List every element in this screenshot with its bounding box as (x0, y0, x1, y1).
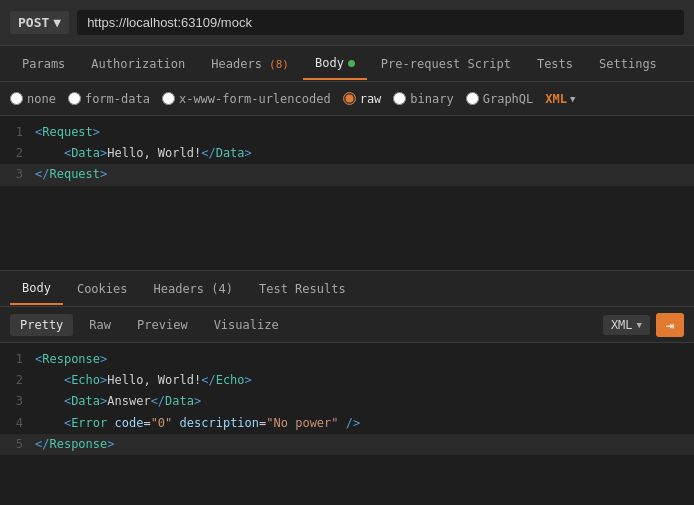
resp-line-1: 1 <Response> (0, 349, 694, 370)
format-label: XML (545, 92, 567, 106)
view-pretty[interactable]: Pretty (10, 314, 73, 336)
body-type-row: none form-data x-www-form-urlencoded raw… (0, 82, 694, 116)
request-editor[interactable]: 1 <Request> 2 <Data>Hello, World!</Data>… (0, 116, 694, 271)
body-type-graphql[interactable]: GraphQL (466, 92, 534, 106)
view-raw[interactable]: Raw (79, 314, 121, 336)
tab-settings[interactable]: Settings (587, 49, 669, 79)
resp-tab-body[interactable]: Body (10, 273, 63, 305)
method-select[interactable]: POST ▼ (10, 11, 69, 34)
tab-tests[interactable]: Tests (525, 49, 585, 79)
response-editor[interactable]: 1 <Response> 2 <Echo>Hello, World!</Echo… (0, 343, 694, 493)
body-type-none[interactable]: none (10, 92, 56, 106)
tab-authorization[interactable]: Authorization (79, 49, 197, 79)
req-line-2: 2 <Data>Hello, World!</Data> (0, 143, 694, 164)
body-type-form-data[interactable]: form-data (68, 92, 150, 106)
url-input[interactable] (77, 10, 684, 35)
format-select[interactable]: XML ▼ (545, 92, 575, 106)
tab-params[interactable]: Params (10, 49, 77, 79)
response-format-chevron: ▼ (637, 320, 642, 330)
response-format-select[interactable]: XML ▼ (603, 315, 650, 335)
body-type-urlencoded[interactable]: x-www-form-urlencoded (162, 92, 331, 106)
response-toolbar: Pretty Raw Preview Visualize XML ▼ ⇥ (0, 307, 694, 343)
body-type-binary[interactable]: binary (393, 92, 453, 106)
tab-body[interactable]: Body (303, 48, 367, 80)
resp-line-3: 3 <Data>Answer</Data> (0, 391, 694, 412)
req-line-1: 1 <Request> (0, 122, 694, 143)
tab-pre-request-script[interactable]: Pre-request Script (369, 49, 523, 79)
resp-tab-cookies[interactable]: Cookies (65, 274, 140, 304)
resp-line-5: 5 </Response> (0, 434, 694, 455)
method-chevron: ▼ (53, 15, 61, 30)
wrap-button[interactable]: ⇥ (656, 313, 684, 337)
response-section: Body Cookies Headers (4) Test Results Pr… (0, 271, 694, 493)
response-tabs: Body Cookies Headers (4) Test Results (0, 271, 694, 307)
resp-tab-test-results[interactable]: Test Results (247, 274, 358, 304)
view-preview[interactable]: Preview (127, 314, 198, 336)
format-chevron: ▼ (570, 94, 575, 104)
tab-headers[interactable]: Headers (8) (199, 49, 301, 79)
resp-line-4: 4 <Error code="0" description="No power"… (0, 413, 694, 434)
resp-tab-headers[interactable]: Headers (4) (141, 274, 244, 304)
resp-line-2: 2 <Echo>Hello, World!</Echo> (0, 370, 694, 391)
view-visualize[interactable]: Visualize (204, 314, 289, 336)
req-line-3: 3 </Request> (0, 164, 694, 185)
body-type-raw[interactable]: raw (343, 92, 382, 106)
method-label: POST (18, 15, 49, 30)
wrap-icon: ⇥ (666, 317, 674, 333)
request-tabs: Params Authorization Headers (8) Body Pr… (0, 46, 694, 82)
response-format-label: XML (611, 318, 633, 332)
url-bar: POST ▼ (0, 0, 694, 46)
